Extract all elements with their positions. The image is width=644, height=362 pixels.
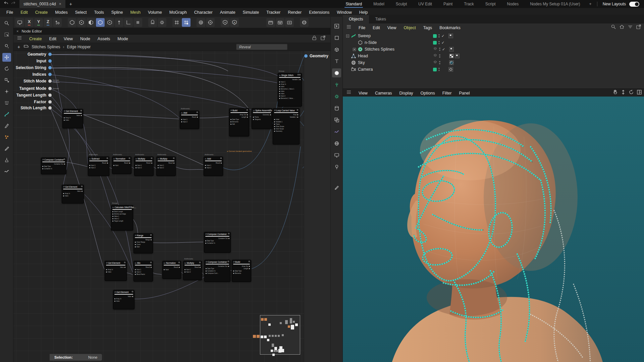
clone-button[interactable]: [332, 115, 341, 124]
visibility-dots[interactable]: [438, 34, 440, 38]
object-row-stitches-splines[interactable]: Stitches Splines✓: [343, 46, 644, 53]
keyframe-shield-button[interactable]: [221, 18, 229, 27]
visibility-dots[interactable]: [438, 68, 440, 71]
redo-icon[interactable]: [11, 1, 16, 7]
node-input-port[interactable]: [274, 124, 275, 125]
add-layout-button[interactable]: +: [586, 0, 595, 8]
node-input-port[interactable]: [63, 193, 64, 194]
material-sphere-button[interactable]: [300, 18, 309, 27]
search-icon[interactable]: [611, 24, 616, 31]
graph-input-port-dot[interactable]: [48, 100, 52, 104]
node-preview-toggle[interactable]: [107, 158, 108, 159]
node-editor-menu-view[interactable]: View: [60, 37, 76, 41]
flag-tag-icon[interactable]: [449, 47, 454, 52]
node-normalize-1[interactable]: ArithmeticfxNormalizeResultInput: [112, 157, 131, 174]
layers-icon[interactable]: [433, 53, 437, 59]
node-input-port[interactable]: [206, 268, 207, 269]
graph-input-port-dot[interactable]: [48, 66, 52, 69]
node-multiply-1[interactable]: ArithmeticfxMultiplyResultInput 1Input 2: [134, 157, 154, 176]
node-preview-toggle[interactable]: [173, 158, 174, 159]
pan-hand-icon[interactable]: [612, 89, 618, 96]
axis-x-button[interactable]: X: [25, 18, 34, 27]
selection-object-button[interactable]: [332, 21, 341, 31]
point-weight-tool[interactable]: [2, 133, 11, 141]
render-settings-button[interactable]: [285, 18, 294, 27]
mode-model-button[interactable]: [105, 18, 114, 27]
expand-icon[interactable]: [353, 48, 356, 51]
node-input-port[interactable]: [42, 166, 43, 167]
object-manager-menu-object[interactable]: Object: [400, 25, 420, 30]
node-compose-container-2[interactable]: ⧉Compose ContainerContainer OutData Type…: [204, 232, 231, 253]
node-input-port[interactable]: [89, 165, 90, 166]
node-preview-toggle[interactable]: [298, 74, 301, 75]
node-output-port[interactable]: [247, 117, 248, 118]
node-input-port[interactable]: [136, 165, 137, 166]
node-input-port[interactable]: [112, 218, 113, 219]
enabled-state-chip[interactable]: [433, 68, 437, 71]
pen-tool[interactable]: [2, 121, 11, 130]
node-input-port[interactable]: [42, 168, 43, 169]
scale-tool[interactable]: [2, 76, 11, 84]
snap-target-button[interactable]: [206, 18, 215, 27]
node-search-input[interactable]: [236, 44, 287, 50]
axis-y-button[interactable]: Y: [34, 18, 43, 27]
node-preview-toggle[interactable]: [199, 262, 201, 263]
mode-points-button[interactable]: [77, 18, 86, 27]
deformer-button[interactable]: [332, 92, 341, 101]
checker-tag-icon[interactable]: [449, 54, 454, 58]
dynamic-grid-button[interactable]: [182, 18, 191, 27]
skytex-tag-icon[interactable]: [449, 60, 454, 65]
tab-takes[interactable]: Takes: [369, 15, 392, 23]
filter-icon[interactable]: [628, 24, 633, 31]
layout-tab-paint[interactable]: Paint: [438, 0, 458, 8]
layout-tab-script[interactable]: Script: [480, 0, 501, 8]
mode-edges-button[interactable]: [87, 18, 95, 27]
menu-mesh[interactable]: Mesh: [126, 10, 144, 15]
node-input-port[interactable]: [114, 301, 115, 302]
node-output-port[interactable]: [151, 267, 152, 268]
node-input-port[interactable]: [164, 269, 165, 270]
graph-input-port-dot[interactable]: [48, 73, 52, 76]
node-input-port[interactable]: [158, 165, 159, 166]
node-input-port[interactable]: [279, 96, 280, 97]
node-input-port[interactable]: [279, 98, 280, 99]
popout-icon[interactable]: [320, 35, 326, 42]
multi-axis-tool[interactable]: [2, 99, 11, 107]
node-input-port[interactable]: [135, 274, 136, 275]
menu-animate[interactable]: Animate: [216, 10, 239, 15]
auto-key-button[interactable]: A: [230, 18, 239, 27]
viewport-menu-cameras[interactable]: Cameras: [371, 91, 396, 96]
node-editor-menu-create[interactable]: Create: [25, 37, 46, 41]
output-port-dot[interactable]: [304, 54, 308, 58]
node-input-port[interactable]: [274, 119, 275, 120]
node-mix-1[interactable]: fxMixResultInput 1Input 2Blend Factor: [133, 261, 153, 282]
new-layouts-toggle[interactable]: [629, 2, 639, 7]
node-input-port[interactable]: [274, 121, 275, 122]
node-input-port[interactable]: [279, 81, 280, 82]
viewport-menu-filter[interactable]: Filter: [439, 91, 455, 96]
transfer-tool[interactable]: [2, 87, 11, 96]
node-editor-menu-mode[interactable]: Mode: [114, 37, 131, 41]
document-tab-close-icon[interactable]: ×: [59, 2, 61, 6]
node-output-port[interactable]: [249, 266, 250, 267]
node-input-port[interactable]: [279, 93, 280, 94]
node-preview-toggle[interactable]: [151, 158, 152, 159]
camera-scene-button[interactable]: [332, 150, 341, 160]
menu-tools[interactable]: Tools: [91, 10, 108, 15]
viewport-menu-view[interactable]: View: [355, 91, 371, 96]
node-editor-menu-node[interactable]: Node: [76, 37, 94, 41]
node-subtract-1[interactable]: ArithmeticfxSubtractResultInput 1Input 2: [88, 157, 109, 176]
enable-axis-button[interactable]: [115, 18, 123, 27]
3d-viewport[interactable]: [343, 97, 644, 362]
mode-tweak-button[interactable]: [68, 18, 76, 27]
node-preview-toggle[interactable]: [228, 233, 229, 234]
node-input-port[interactable]: [253, 119, 254, 120]
node-input-port[interactable]: [206, 270, 207, 272]
node-output-port[interactable]: [124, 267, 125, 268]
node-output-port[interactable]: [228, 238, 229, 239]
node-input-port[interactable]: [184, 269, 185, 270]
tab-objects[interactable]: Objects: [343, 15, 369, 23]
render-viewport-button[interactable]: [266, 18, 275, 27]
visibility-dots[interactable]: [438, 41, 440, 44]
live-selection-tool[interactable]: [2, 30, 11, 39]
